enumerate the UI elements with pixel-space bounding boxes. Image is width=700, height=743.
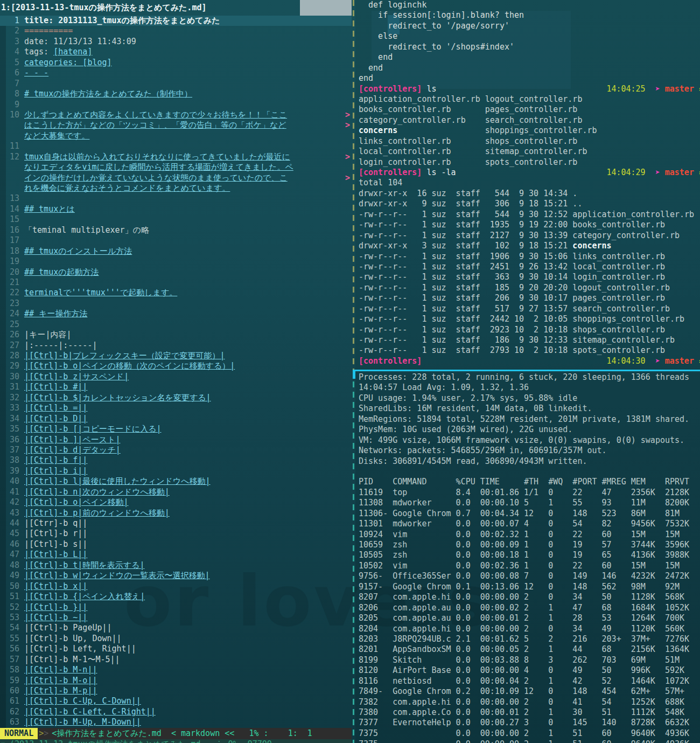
editor-line: 17 xyxy=(0,235,352,246)
terminal-line: end xyxy=(355,52,700,63)
editor-line: 47|[Ctrl]-b L|| xyxy=(0,550,352,560)
process-table-row: 8205 com.apple.au 0.0 00:00.01 2 1 28 53… xyxy=(355,613,700,623)
editor-line: 2========== xyxy=(0,26,352,36)
editor-line: 24## キー操作方法 xyxy=(0,309,352,319)
editor-line: 63|[Ctrl]-b M-Up, M-Down|| xyxy=(0,717,352,727)
process-table-row: 10924 vim 0.0 00:02.32 1 0 22 60 15M 15M xyxy=(355,530,700,540)
top-summary-line: Networks: packets: 546855/296M in, 60691… xyxy=(355,446,700,456)
process-table-row: 8206 com.apple.au 0.0 00:00.02 2 1 47 68… xyxy=(355,603,700,613)
process-table-row: 8203 J8RPQ294UB.c 2.1 00:01.62 5 2 216 2… xyxy=(355,634,700,644)
tmux-pane-border-vertical[interactable] xyxy=(352,0,355,370)
tmux-pane-border-horizontal[interactable] xyxy=(355,370,700,371)
editor-line: 43|[Ctrl]-b p|前のウィンドウへ移動| xyxy=(0,508,352,518)
terminal-line: -rw-r--r-- 1 suz staff 206 9 30 10:17 pa… xyxy=(355,293,700,303)
process-table-row: 7382 com.apple.hi 0.0 00:00.00 2 0 41 54… xyxy=(355,697,700,707)
editor-line: 15 xyxy=(0,214,352,225)
blank-line xyxy=(355,467,700,477)
editor-line: 58|[Ctrl]-b M-n|| xyxy=(0,665,352,675)
top-summary-line: VM: 499G vsize, 1066M framework vsize, 0… xyxy=(355,435,700,446)
process-table-row: 10502 vim 0.0 00:02.36 1 0 22 60 15M 15M xyxy=(355,561,700,571)
editor-line: 18## tmuxのインストール方法 xyxy=(0,246,352,256)
terminal-line: category_controller.rb search_controller… xyxy=(355,115,700,126)
terminal-line: -rw-r--r-- 1 suz staff 2923 10 2 10:18 s… xyxy=(355,325,700,335)
terminal-line: links_controller.rb shops_controller.rb xyxy=(355,136,700,147)
editor-line: 16「teminal multiplexer」の略 xyxy=(0,225,352,235)
process-table-row: 11619 top 8.4 00:01.86 1/1 0 22 47 2356K… xyxy=(355,488,700,498)
shell-prompt-line: [controllers] ls -la14:04:29 ➤ master ✱ xyxy=(355,168,700,178)
process-table-header: PID COMMAND %CPU TIME #TH #WQ #PORT #MRE… xyxy=(355,477,700,487)
editor-line: 37|[Ctrl]-b d|デタッチ| xyxy=(0,445,352,455)
editor-line: 20## tmuxの起動方法 xyxy=(0,267,352,277)
editor-line: はこうした方が」などの「ツッコミ」、「愛の告白」等の「ボケ」など> xyxy=(0,120,352,130)
editor-line: 52|[Ctrl]-b }|| xyxy=(0,602,352,613)
editor-line: 36|[Ctrl]-b ]|ペースト| xyxy=(0,435,352,445)
process-table-row: 8120 AirPort Base 0.0 00:00.00 4 0 49 50… xyxy=(355,665,700,676)
editor-line: 31|[Ctrl]-b #|| xyxy=(0,382,352,392)
terminal-line: -rw-r--r-- 1 suz staff 185 9 20 20:20 lo… xyxy=(355,283,700,293)
process-table-row: 11301 mdworker 0.0 00:00.07 4 0 54 82 94… xyxy=(355,519,700,529)
terminal-line: end xyxy=(355,63,700,73)
terminal-line: end xyxy=(355,73,700,84)
editor-line: 25 xyxy=(0,320,352,330)
editor-line: 30|[Ctrl]-b z|サスペンド| xyxy=(0,372,352,382)
terminal-line: else xyxy=(355,31,700,41)
editor-line: 27|:-----|:-----| xyxy=(0,341,352,351)
editor-line: 19 xyxy=(0,256,352,267)
terminal-line: drwxr-xr-x 16 suz staff 544 9 30 14:34 . xyxy=(355,189,700,199)
editor-line: 45|[Ctrl]-b r|| xyxy=(0,529,352,539)
terminal-line: -rw-r--r-- 1 suz staff 517 9 27 13:57 se… xyxy=(355,304,700,314)
top-partial-row: 7375 0.0 00:00.00 2 1 51 60 9640K 4936K xyxy=(355,739,700,743)
editor-line: 14## tmuxとは xyxy=(0,204,352,214)
shell-prompt-line: [controllers] ls14:04:25 ➤ master ✱ xyxy=(355,84,700,94)
shell-pane[interactable]: def loginchk if session[:login].blank? t… xyxy=(355,0,700,370)
terminal-line: redirect_to '/page/sorry' xyxy=(355,21,700,31)
vim-buffer[interactable]: 1title: 20131113_tmuxの操作方法をまとめてみた2======… xyxy=(0,16,352,728)
terminal-line: -rw-r--r-- 1 suz staff 2793 10 2 10:18 s… xyxy=(355,345,700,356)
terminal-line: -rw-r--r-- 1 suz staff 544 9 30 12:52 ap… xyxy=(355,210,700,220)
editor-line: れを機会に覚えなおそうとコメンドをまとめています。 xyxy=(0,183,352,193)
powerline-separator-icon: > xyxy=(44,728,52,739)
editor-line: 23 xyxy=(0,298,352,309)
statusline-fileinfo: <操作方法をまとめてみた.md < markdown << 1% : 1: 1 xyxy=(52,728,312,739)
editor-line: 54|[Ctrl]-b PageUp|| xyxy=(0,623,352,633)
editor-line: 12tmux自身は以前から入れておりそれなりに使ってきていましたが最近に> xyxy=(0,152,352,162)
top-summary-line: Processes: 228 total, 2 running, 6 stuck… xyxy=(355,372,700,383)
process-table-row: 10659 zsh 0.0 00:00.09 1 0 19 57 3744K 3… xyxy=(355,540,700,550)
tmux-pane-border-vertical-active[interactable] xyxy=(352,371,355,743)
statusline-partial-row: « (2013-11-13-tmuxの操作方法をまとめてみた.md ⋮ 0% 9… xyxy=(0,739,352,743)
process-table-row: 9157- Google Chrom 0.1 00:13.06 12 0 148… xyxy=(355,582,700,592)
terminal-line: concerns shoppings_controller.rb xyxy=(355,126,700,136)
top-summary-line: MemRegions: 51894 total, 5228M resident,… xyxy=(355,414,700,425)
editor-line: 6- - - xyxy=(0,68,352,78)
process-table-row: 7849- Google Chrom 0.2 00:10.09 12 0 148… xyxy=(355,686,700,697)
terminal-line: drwxr-xr-x 3 suz staff 102 9 18 15:21 co… xyxy=(355,241,700,251)
terminal-line: books_controller.rb pages_controller.rb xyxy=(355,105,700,115)
editor-line: 9 xyxy=(0,100,352,110)
terminal-line: redirect_to '/shops#index' xyxy=(355,42,700,52)
editor-line: 50|[Ctrl]-b x|| xyxy=(0,581,352,592)
terminal-line: -rw-r--r-- 1 suz staff 2127 9 30 13:39 c… xyxy=(355,231,700,241)
wrap-marker: > xyxy=(345,120,350,130)
vim-pane[interactable]: 1:[2013-11-13-tmuxの操作方法をまとめてみた.md] 1titl… xyxy=(0,0,352,743)
editor-line: 59|[Ctrl]-b M-o|| xyxy=(0,676,352,686)
terminal-line: -rw-r--r-- 1 suz staff 186 9 30 12:33 si… xyxy=(355,335,700,345)
git-branch-icon: ➤ xyxy=(655,356,660,366)
process-table-row: 9756- Office365Ser 0.0 00:00.08 7 0 149 … xyxy=(355,571,700,581)
top-output-pane[interactable]: Processes: 228 total, 2 running, 6 stuck… xyxy=(355,372,700,743)
editor-line: インの操作だけしか覚えていないような状態のまま使っていたので、こ> xyxy=(0,173,352,183)
top-summary-line: Disks: 306891/4545M read, 306890/4943M w… xyxy=(355,456,700,467)
process-table-row: 8207 com.apple.hi 0.0 00:00.00 2 0 34 50… xyxy=(355,592,700,602)
terminal-line: -rw-r--r-- 1 suz staff 2451 9 26 13:42 l… xyxy=(355,262,700,272)
process-table-row: 8116 netbiosd 0.0 00:00.04 2 1 42 52 146… xyxy=(355,676,700,686)
wrap-marker: > xyxy=(345,110,350,120)
terminal-line: local_controller.rb sitemap_controller.r… xyxy=(355,147,700,157)
process-table-row: 10505 zsh 0.0 00:00.18 1 0 19 65 4136K 3… xyxy=(355,550,700,560)
editor-line: 51|[Ctrl]-b {|ペイン入れ替え| xyxy=(0,592,352,602)
terminal-line: def loginchk xyxy=(355,0,700,10)
editor-line: 32|[Ctrl]-b $|カレントセッション名を変更する| xyxy=(0,393,352,403)
editor-line: 13 xyxy=(0,193,352,204)
powerline-separator-icon: > xyxy=(38,728,44,739)
editor-line: 55|[Ctrl]-b Up, Down|| xyxy=(0,634,352,644)
process-table-row: 8199 Skitch 0.0 00:03.88 8 3 262 703 69M… xyxy=(355,655,700,665)
editor-line: 46|[Ctrl]-b s|| xyxy=(0,539,352,550)
